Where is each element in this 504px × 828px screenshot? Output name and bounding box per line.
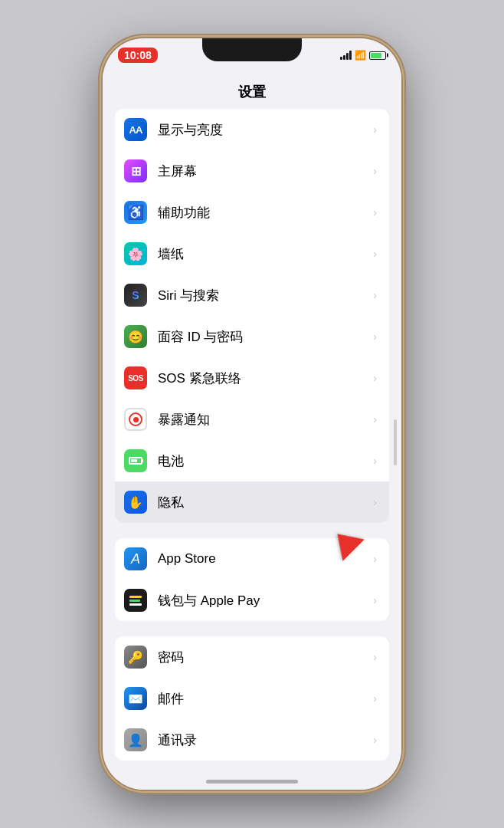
face-id-label: 面容 ID 与密码	[158, 328, 370, 346]
row-battery[interactable]: 电池 ›	[115, 440, 389, 481]
privacy-label: 隐私	[158, 494, 370, 511]
settings-scroll[interactable]: AA 显示与亮度 › ⊞ 主屏幕 › ♿	[103, 109, 401, 776]
passwords-chevron: ›	[373, 651, 377, 663]
scroll-indicator	[394, 419, 397, 465]
battery-icon-inner	[129, 457, 142, 465]
sos-label: SOS 紧急联络	[158, 370, 370, 387]
home-screen-icon: ⊞	[124, 159, 147, 182]
exposure-label: 暴露通知	[158, 411, 370, 429]
passwords-label: 密码	[158, 649, 370, 666]
passwords-icon: 🔑	[124, 646, 147, 669]
exposure-chevron: ›	[373, 413, 377, 426]
section-passwords: 🔑 密码 › ✉️ 邮件 › 👤	[115, 636, 389, 761]
row-appstore[interactable]: A App Store ›	[115, 538, 389, 580]
siri-chevron: ›	[373, 289, 377, 301]
screen: 设置 AA 显示与亮度 › ⊞ 主	[103, 72, 401, 790]
contacts-label: 通讯录	[158, 731, 370, 749]
wallet-icon	[124, 589, 147, 612]
row-home-screen[interactable]: ⊞ 主屏幕 ›	[115, 150, 389, 192]
face-id-chevron: ›	[373, 330, 377, 343]
accessibility-label: 辅助功能	[158, 204, 370, 222]
privacy-chevron: ›	[373, 496, 377, 508]
display-chevron: ›	[373, 123, 377, 136]
status-time: 10:08	[118, 48, 158, 63]
page-title: 设置	[103, 72, 401, 109]
row-contacts[interactable]: 👤 通讯录 ›	[115, 719, 389, 761]
status-icons: 📶	[340, 50, 386, 61]
phone-frame: 10:08 📶 设置 AA 显示与亮度	[103, 38, 401, 790]
battery-icon	[124, 449, 147, 472]
wallet-chevron: ›	[373, 594, 377, 606]
wallpaper-label: 墙纸	[158, 245, 370, 263]
row-display[interactable]: AA 显示与亮度 ›	[115, 109, 389, 150]
sos-chevron: ›	[373, 372, 377, 384]
home-screen-label: 主屏幕	[158, 163, 370, 180]
accessibility-chevron: ›	[373, 206, 377, 219]
appstore-label: App Store	[158, 551, 370, 567]
signal-icon	[340, 51, 352, 60]
wallpaper-icon: 🌸	[124, 242, 147, 265]
row-face-id[interactable]: 😊 面容 ID 与密码 ›	[115, 316, 389, 357]
row-passwords[interactable]: 🔑 密码 ›	[115, 636, 389, 678]
row-mail[interactable]: ✉️ 邮件 ›	[115, 678, 389, 719]
battery-label: 电池	[158, 452, 370, 470]
battery-status-icon	[369, 51, 386, 60]
row-wallpaper[interactable]: 🌸 墙纸 ›	[115, 233, 389, 274]
mail-icon: ✉️	[124, 687, 147, 710]
contacts-icon: 👤	[124, 728, 147, 751]
wallpaper-chevron: ›	[373, 248, 377, 260]
row-sos[interactable]: SOS SOS 紧急联络 ›	[115, 357, 389, 399]
home-indicator	[206, 780, 298, 784]
row-privacy[interactable]: ✋ 隐私 ›	[115, 481, 389, 523]
display-label: 显示与亮度	[158, 121, 370, 139]
appstore-chevron: ›	[373, 553, 377, 565]
battery-chevron: ›	[373, 455, 377, 467]
display-icon-label: AA	[129, 124, 142, 136]
mail-chevron: ›	[373, 692, 377, 705]
notch	[202, 38, 302, 61]
sos-icon: SOS	[124, 366, 147, 389]
wallet-label: 钱包与 Apple Pay	[158, 592, 370, 610]
sos-icon-label: SOS	[128, 374, 143, 383]
appstore-icon-label: A	[131, 551, 140, 567]
section-display: AA 显示与亮度 › ⊞ 主屏幕 › ♿	[115, 109, 389, 523]
display-icon: AA	[124, 118, 147, 141]
row-siri[interactable]: S Siri 与搜索 ›	[115, 274, 389, 316]
siri-label: Siri 与搜索	[158, 287, 370, 304]
privacy-icon-symbol: ✋	[128, 495, 143, 510]
face-id-icon: 😊	[124, 325, 147, 348]
wifi-icon: 📶	[355, 50, 366, 61]
row-exposure[interactable]: 暴露通知 ›	[115, 399, 389, 440]
siri-icon: S	[124, 284, 147, 307]
row-wallet[interactable]: 钱包与 Apple Pay ›	[115, 580, 389, 621]
row-accessibility[interactable]: ♿ 辅助功能 ›	[115, 192, 389, 233]
contacts-chevron: ›	[373, 734, 377, 746]
appstore-icon: A	[124, 547, 147, 570]
accessibility-icon: ♿	[124, 201, 147, 224]
exposure-icon	[124, 408, 147, 431]
mail-label: 邮件	[158, 690, 370, 708]
section-appstore: A App Store › 钱包与 App	[115, 538, 389, 621]
privacy-icon: ✋	[124, 491, 147, 514]
settings-list: AA 显示与亮度 › ⊞ 主屏幕 › ♿	[103, 109, 401, 776]
wallet-icon-lines	[129, 596, 142, 606]
home-screen-chevron: ›	[373, 165, 377, 177]
